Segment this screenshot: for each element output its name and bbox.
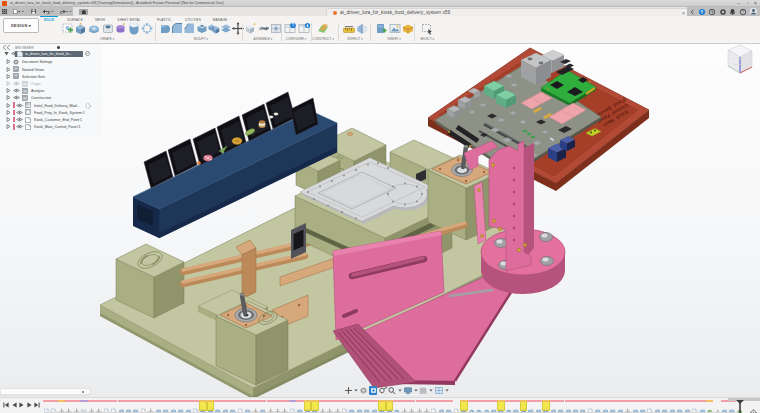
ribbon-tab-surface[interactable]: SURFACE <box>67 18 83 22</box>
timeline-feature[interactable] <box>305 402 311 410</box>
ribbon-group-label[interactable]: ASSEMBLE ▾ <box>254 37 273 40</box>
qat-undo-icon[interactable] <box>42 9 54 14</box>
ribbon-group-label[interactable]: CONFIGURE ▾ <box>286 37 307 40</box>
ribbon-group-label[interactable]: MODIFY ▾ <box>194 37 208 40</box>
in-context-ring-icon[interactable] <box>85 103 91 109</box>
timeline-feature[interactable] <box>349 402 355 410</box>
timeline-go-to-end-button[interactable] <box>34 402 40 408</box>
timeline-feature[interactable] <box>394 402 400 410</box>
tool-sketch-button[interactable] <box>62 22 74 35</box>
tool-split-button[interactable] <box>220 22 232 35</box>
timeline-feature[interactable] <box>558 402 564 410</box>
tool-patch-button[interactable] <box>128 22 140 35</box>
timeline-feature[interactable] <box>536 402 542 410</box>
topbar-avatar-icon[interactable] <box>750 8 758 16</box>
timeline-feature[interactable] <box>163 402 169 410</box>
ribbon-tab-manage[interactable]: MANAGE <box>213 18 228 22</box>
timeline-feature[interactable] <box>282 402 288 410</box>
tool-extrude-button[interactable] <box>75 22 87 35</box>
nav-pan-caret-icon[interactable] <box>354 389 359 392</box>
comment-pill[interactable] <box>0 388 91 395</box>
ribbon-group-label[interactable]: INSERT ▾ <box>388 37 401 40</box>
timeline-feature[interactable] <box>424 402 430 410</box>
tool-hole-button[interactable] <box>102 22 114 35</box>
timeline-feature[interactable] <box>402 402 408 410</box>
expand-arrow-icon[interactable] <box>6 88 11 93</box>
nav-display-settings-caret-icon[interactable] <box>413 389 418 392</box>
timeline-feature[interactable] <box>320 402 326 410</box>
expand-arrow-icon[interactable] <box>6 67 11 72</box>
timeline-feature[interactable] <box>148 402 154 410</box>
timeline-feature[interactable] <box>364 402 370 410</box>
tool-config-button[interactable]: ? <box>284 22 296 35</box>
expand-arrow-icon[interactable] <box>6 95 11 100</box>
minimize-button[interactable]: – <box>737 0 740 7</box>
timeline-feature[interactable] <box>417 402 423 410</box>
browser-item-selection-sets[interactable]: Selection Sets <box>0 73 102 80</box>
browser-item-initial-food-delivery-mod[interactable]: Initial_Food_Delivery_Mod... <box>0 102 102 109</box>
nav-display-settings-button[interactable] <box>404 386 412 395</box>
tool-plane-button[interactable] <box>317 22 329 35</box>
nav-zoom-button[interactable] <box>388 386 396 395</box>
timeline-feature[interactable] <box>342 402 348 410</box>
browser-item-origin[interactable]: Origin <box>0 80 102 87</box>
ribbon-group-label[interactable]: CONSTRUCT ▾ <box>312 37 333 40</box>
timeline-feature[interactable] <box>633 402 639 410</box>
timeline-feature[interactable] <box>387 402 393 410</box>
qat-data-panel-icon[interactable] <box>2 9 7 14</box>
ribbon-group-label[interactable]: INSPECT ▾ <box>347 37 362 40</box>
visibility-eye-icon[interactable] <box>16 117 23 122</box>
timeline-feature[interactable] <box>588 402 594 410</box>
tool-newcomp-button[interactable] <box>245 22 257 35</box>
view-cube[interactable] <box>700 44 760 89</box>
document-tab[interactable]: ai_driven_lora_for_kiosk_food_delivery_s… <box>326 8 692 16</box>
timeline-feature[interactable] <box>566 402 572 410</box>
ribbon-tab-mesh[interactable]: MESH <box>95 18 105 22</box>
timeline-feature[interactable] <box>230 402 236 410</box>
topbar-help-icon[interactable]: ? <box>739 8 746 15</box>
qat-redo-icon[interactable] <box>60 9 72 14</box>
timeline-feature[interactable] <box>484 402 490 410</box>
timeline-feature[interactable] <box>685 402 691 410</box>
timeline-feature[interactable] <box>573 402 579 410</box>
nav-viewports-button[interactable] <box>435 386 443 395</box>
ribbon-group-label[interactable]: CREATE ▾ <box>100 37 114 40</box>
timeline-feature[interactable] <box>59 402 65 410</box>
timeline-feature[interactable] <box>595 402 601 410</box>
expand-arrow-icon[interactable] <box>6 81 11 86</box>
tool-section-button[interactable] <box>356 22 368 35</box>
document-tab-close-icon[interactable]: × <box>682 10 685 16</box>
timeline-feature[interactable] <box>625 402 631 410</box>
browser-item-analysis[interactable]: Analysis <box>0 87 102 94</box>
tool-canvas-button[interactable] <box>389 22 401 35</box>
timeline-play-button[interactable] <box>19 402 24 408</box>
tool-selectbox-button[interactable] <box>421 22 433 35</box>
timeline-feature[interactable] <box>610 402 616 410</box>
qat-file-icon[interactable] <box>13 9 24 14</box>
timeline-feature[interactable] <box>454 402 460 410</box>
ribbon-tab-sheet-metal[interactable]: SHEET METAL <box>117 18 140 22</box>
timeline-feature[interactable] <box>111 402 117 410</box>
timeline-feature[interactable] <box>461 402 467 410</box>
nav-look-at-button[interactable] <box>379 386 387 395</box>
timeline-feature[interactable] <box>297 402 303 410</box>
timeline-feature[interactable] <box>74 402 80 410</box>
timeline-feature[interactable] <box>476 402 482 410</box>
maximize-button[interactable]: ▫ <box>747 0 749 7</box>
timeline-feature[interactable] <box>335 402 341 410</box>
timeline-feature[interactable] <box>208 402 214 410</box>
ribbon-group-label[interactable]: SELECT ▾ <box>419 37 433 40</box>
timeline-feature[interactable] <box>513 402 519 410</box>
timeline-feature[interactable] <box>647 402 653 410</box>
timeline-feature[interactable] <box>312 402 318 410</box>
timeline-feature[interactable] <box>722 402 728 410</box>
timeline-feature[interactable] <box>506 402 512 410</box>
topbar-sync-status-icon[interactable] <box>698 8 705 15</box>
topbar-extensions-icon[interactable] <box>719 8 726 15</box>
tool-shell-button[interactable] <box>196 22 208 35</box>
timeline-feature[interactable] <box>439 402 445 410</box>
timeline-feature[interactable] <box>662 402 668 410</box>
timeline-feature[interactable] <box>700 402 706 410</box>
timeline-feature[interactable] <box>580 402 586 410</box>
timeline-feature[interactable] <box>178 402 184 410</box>
